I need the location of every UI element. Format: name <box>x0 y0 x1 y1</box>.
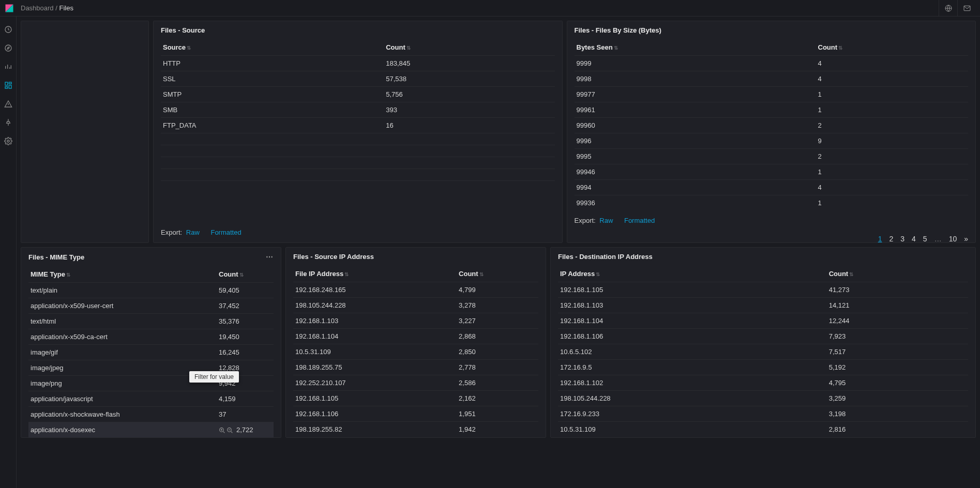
table-row[interactable]: SMTP5,756 <box>161 87 555 102</box>
table-row[interactable]: 192.168.1.1061,951 <box>293 406 538 422</box>
table-row[interactable]: 999771 <box>575 87 969 102</box>
table-row[interactable]: 192.168.1.1052,162 <box>293 391 538 406</box>
svg-point-3 <box>5 45 11 51</box>
table-row[interactable]: 192.168.1.10314,121 <box>558 298 968 313</box>
page-link[interactable]: 2 <box>889 235 893 243</box>
table-row[interactable]: application/javascript4,159 <box>28 391 274 407</box>
alert-icon[interactable] <box>4 99 13 109</box>
table-row[interactable]: application/x-x509-ca-cert19,450 <box>28 329 274 345</box>
panel-title: Files - MIME Type <box>28 253 84 261</box>
col-bytes[interactable]: Bytes Seen⇅ <box>575 39 816 56</box>
export-raw[interactable]: Raw <box>186 228 207 236</box>
app-logo[interactable] <box>4 3 14 13</box>
col-mime[interactable]: MIME Type⇅ <box>28 266 217 283</box>
table-row[interactable]: 99984 <box>575 71 969 87</box>
table-row[interactable]: 198.105.244.2283,278 <box>293 298 538 313</box>
clock-icon[interactable] <box>4 25 13 34</box>
table-row[interactable]: 192.168.1.1033,227 <box>293 313 538 329</box>
page-link[interactable]: » <box>964 235 968 243</box>
breadcrumb-current: Files <box>59 4 73 12</box>
sidebar <box>0 17 17 488</box>
table-row[interactable]: 99944 <box>575 180 969 195</box>
export-raw[interactable]: Raw <box>599 217 620 224</box>
table-row[interactable]: 198.189.255.752,778 <box>293 360 538 375</box>
export-formatted[interactable]: Formatted <box>210 228 248 236</box>
table-row[interactable]: text/html35,376 <box>28 314 274 329</box>
col-count[interactable]: Count⇅ <box>384 39 554 56</box>
table-row[interactable]: 192.168.1.1042,868 <box>293 329 538 344</box>
table-row[interactable]: image/gif16,245 <box>28 345 274 360</box>
dashboard-icon[interactable] <box>4 81 13 90</box>
page-link: … <box>934 235 942 243</box>
dashboard-content: Files - Source Source⇅ Count⇅ HTTP183,84… <box>17 17 980 488</box>
col-count[interactable]: Count⇅ <box>457 266 538 282</box>
table-row[interactable]: 198.189.255.821,942 <box>293 422 538 437</box>
table-row[interactable]: text/plain59,405 <box>28 283 274 298</box>
table-row[interactable]: application/x-shockwave-flash37 <box>28 407 274 422</box>
panel-title: Files - Files By Size (Bytes) <box>575 26 661 34</box>
zoom-in-icon[interactable] <box>219 427 225 434</box>
mail-icon[interactable] <box>957 0 976 17</box>
table-row[interactable]: 99952 <box>575 149 969 164</box>
panel-menu-icon[interactable]: ⋯ <box>266 253 274 261</box>
svg-point-8 <box>7 140 9 142</box>
table-row[interactable]: 99969 <box>575 133 969 149</box>
export-footer: Export: Raw Formatted <box>154 222 562 242</box>
table-row[interactable]: 999461 <box>575 164 969 180</box>
page-link[interactable]: 1 <box>878 235 882 243</box>
table-row[interactable]: 999361 <box>575 195 969 211</box>
table-row[interactable]: 192.252.210.1072,586 <box>293 375 538 391</box>
topbar: Dashboard / Files <box>0 0 980 17</box>
table-row[interactable]: 10.5.31.1092,850 <box>293 344 538 360</box>
table-row[interactable]: image/jpeg12,828 <box>28 360 274 376</box>
visualize-icon[interactable] <box>4 62 13 71</box>
export-formatted[interactable]: Formatted <box>624 217 662 224</box>
table-row[interactable]: 999611 <box>575 102 969 118</box>
table-row[interactable]: 10.5.31.1092,816 <box>558 422 968 437</box>
panel-title: Files - Destination IP Address <box>558 253 653 261</box>
source-table: Source⇅ Count⇅ HTTP183,845SSL57,538SMTP5… <box>161 39 555 133</box>
table-row[interactable]: 192.168.248.1654,799 <box>293 282 538 298</box>
zoom-out-icon[interactable] <box>227 427 233 434</box>
dstip-table: IP Address⇅ Count⇅ 192.168.1.10541,27319… <box>558 266 968 437</box>
col-count[interactable]: Count⇅ <box>827 266 968 282</box>
col-count[interactable]: Count⇅ <box>217 266 274 283</box>
globe-icon[interactable] <box>939 0 957 17</box>
files-srcip-panel: Files - Source IP Address File IP Addres… <box>285 247 546 438</box>
bysize-table: Bytes Seen⇅ Count⇅ 999949998499977199961… <box>575 39 969 210</box>
table-row[interactable]: FTP_DATA16 <box>161 118 555 133</box>
gear-icon[interactable] <box>4 136 13 146</box>
table-row[interactable]: 198.105.244.2283,259 <box>558 391 968 406</box>
table-row[interactable]: application/x-x509-user-cert37,452 <box>28 298 274 314</box>
page-link[interactable]: 10 <box>949 235 957 243</box>
page-link[interactable]: 3 <box>900 235 904 243</box>
svg-rect-7 <box>5 87 8 88</box>
table-row[interactable]: 172.16.9.55,192 <box>558 360 968 375</box>
table-row[interactable]: 99994 <box>575 56 969 71</box>
table-row[interactable]: 172.16.9.2333,198 <box>558 406 968 422</box>
page-link[interactable]: 5 <box>923 235 927 243</box>
mime-table: MIME Type⇅ Count⇅ text/plain59,405applic… <box>28 266 274 437</box>
table-row[interactable]: 192.168.1.1067,923 <box>558 329 968 344</box>
table-row[interactable]: SSL57,538 <box>161 71 555 87</box>
table-row[interactable]: SMB393 <box>161 102 555 118</box>
table-row[interactable]: 10.6.5.1027,517 <box>558 344 968 360</box>
col-ip[interactable]: IP Address⇅ <box>558 266 827 282</box>
table-row[interactable]: 192.168.1.10412,244 <box>558 313 968 329</box>
pin-icon[interactable] <box>4 118 13 127</box>
page-link[interactable]: 4 <box>912 235 916 243</box>
table-row[interactable]: HTTP183,845 <box>161 56 555 71</box>
col-source[interactable]: Source⇅ <box>161 39 384 56</box>
compass-icon[interactable] <box>4 43 13 53</box>
col-count[interactable]: Count⇅ <box>816 39 968 56</box>
table-row[interactable]: image/png9,942 <box>28 376 274 391</box>
breadcrumb-parent[interactable]: Dashboard <box>21 4 54 12</box>
svg-rect-1 <box>964 6 970 10</box>
table-row[interactable]: 192.168.1.1024,795 <box>558 375 968 391</box>
breadcrumb: Dashboard / Files <box>21 4 73 12</box>
export-footer: Export: Raw Formatted <box>567 210 976 231</box>
col-ip[interactable]: File IP Address⇅ <box>293 266 457 282</box>
table-row[interactable]: 192.168.1.10541,273 <box>558 282 968 298</box>
table-row[interactable]: 999602 <box>575 118 969 133</box>
table-row[interactable]: application/x-dosexec2,722 <box>28 422 274 438</box>
